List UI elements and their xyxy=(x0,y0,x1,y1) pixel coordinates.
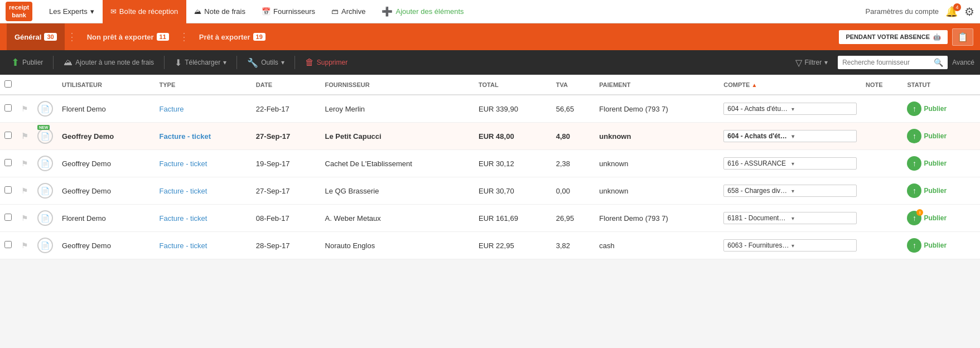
clipboard-button[interactable]: 📋 xyxy=(952,28,973,46)
download-button[interactable]: ⬇ Télécharger ▾ xyxy=(169,50,232,75)
row-checkbox-3[interactable] xyxy=(4,186,12,194)
row-checkbox-1[interactable] xyxy=(4,132,12,139)
account-sort-icon[interactable]: ▲ xyxy=(751,82,757,88)
publish-label-0: Publier xyxy=(924,105,947,113)
nav-item-fournisseurs[interactable]: 📅 Fournisseurs xyxy=(254,0,324,23)
account-settings-link[interactable]: Paramètres du compte xyxy=(865,7,939,16)
nav-item-add[interactable]: ➕ Ajouter des éléments xyxy=(374,0,472,23)
inbox-icon: ✉ xyxy=(110,7,117,16)
tools-button[interactable]: 🔧 Outils ▾ xyxy=(242,50,290,75)
row-tva-5: 3,82 xyxy=(552,232,595,259)
publish-btn-4[interactable]: ↑ Publier xyxy=(907,211,947,225)
col-total-header: TOTAL xyxy=(474,75,552,95)
doc-icon-5: 📄 xyxy=(41,241,50,250)
row-type-3[interactable]: Facture - ticket xyxy=(155,177,252,205)
row-note-4 xyxy=(861,205,902,232)
doc-icon-1: 📄 xyxy=(41,132,50,141)
account-select-2[interactable]: 616 - ASSURANCE ▾ xyxy=(723,157,857,170)
filter-icon: ▽ xyxy=(795,57,802,68)
tab-ready[interactable]: Prêt à exporter 19 xyxy=(191,23,273,50)
notifications-button[interactable]: 🔔 4 xyxy=(945,6,958,18)
type-link-3[interactable]: Facture - ticket xyxy=(160,187,207,195)
absence-button[interactable]: PENDANT VOTRE ABSENCE 🤖 xyxy=(839,30,948,44)
type-link-5[interactable]: Facture - ticket xyxy=(160,241,207,250)
type-link-1[interactable]: Facture - ticket xyxy=(160,132,211,141)
nav-item-notes[interactable]: ⛰ Note de frais xyxy=(186,0,254,23)
archive-icon: 🗃 xyxy=(331,7,339,16)
doc-circle-1[interactable]: 📄 xyxy=(37,128,53,144)
account-caret-5: ▾ xyxy=(791,243,853,249)
tab-ready-label: Prêt à exporter xyxy=(199,33,250,41)
tab-not-ready-badge: 11 xyxy=(157,33,169,41)
toolbar-right: ▽ Filtrer ▾ 🔍 Avancé xyxy=(790,56,974,69)
row-type-2[interactable]: Facture - ticket xyxy=(155,150,252,177)
row-type-0[interactable]: Facture xyxy=(155,95,252,123)
row-payment-4: Florent Demo (793 7) xyxy=(595,205,719,232)
row-checkbox-2[interactable] xyxy=(4,159,12,166)
add-note-button[interactable]: ⛰ Ajouter à une note de frais xyxy=(58,50,160,75)
account-caret-0: ▾ xyxy=(791,106,853,112)
filter-label: Filtrer xyxy=(805,59,822,66)
account-select-3[interactable]: 658 - Charges diver... ▾ xyxy=(723,185,857,197)
add-icon: ➕ xyxy=(382,6,393,17)
account-select-4[interactable]: 6181 - Documentati... ▾ xyxy=(723,212,857,224)
select-all-checkbox[interactable] xyxy=(4,80,12,88)
doc-circle-4[interactable]: 📄 xyxy=(37,210,53,226)
flag-icon-0[interactable]: ⚑ xyxy=(21,104,28,113)
toolbar-sep-3 xyxy=(236,56,237,69)
type-link-4[interactable]: Facture - ticket xyxy=(160,214,207,223)
row-checkbox-4[interactable] xyxy=(4,214,12,221)
flag-icon-3[interactable]: ⚑ xyxy=(21,186,28,195)
doc-circle-3[interactable]: 📄 xyxy=(37,183,53,199)
nav-item-experts[interactable]: Les Experts ▾ xyxy=(41,0,103,23)
publish-btn-0[interactable]: ↑ Publier xyxy=(907,102,947,116)
doc-circle-5[interactable]: 📄 xyxy=(37,238,53,253)
nav-item-archive[interactable]: 🗃 Archive xyxy=(324,0,374,23)
publish-toolbar-icon: ⬆ xyxy=(11,56,20,69)
tools-dropdown-icon: ▾ xyxy=(281,59,284,66)
notes-icon: ⛰ xyxy=(194,7,201,16)
delete-button[interactable]: 🗑 Supprimer xyxy=(300,50,353,75)
nav-item-inbox[interactable]: ✉ Boîte de réception xyxy=(103,0,187,23)
advanced-button[interactable]: Avancé xyxy=(952,59,974,66)
account-select-0[interactable]: 604 - Achats d'étud... ▾ xyxy=(723,103,857,115)
table-container: UTILISATEUR TYPE DATE FOURNISSEUR TOTAL … xyxy=(0,75,980,259)
search-input[interactable] xyxy=(842,59,931,66)
toolbar-sep-1 xyxy=(53,56,54,69)
tab-ready-badge: 19 xyxy=(253,33,265,41)
settings-icon[interactable]: ⚙ xyxy=(964,5,974,18)
flag-icon-4[interactable]: ⚑ xyxy=(21,214,28,223)
publish-btn-1[interactable]: ↑ Publier xyxy=(907,129,947,143)
download-dropdown-icon: ▾ xyxy=(223,59,226,66)
row-type-1[interactable]: Facture - ticket xyxy=(155,123,252,150)
flag-icon-2[interactable]: ⚑ xyxy=(21,159,28,168)
row-account-2: 616 - ASSURANCE ▾ xyxy=(719,150,861,177)
row-checkbox-0[interactable] xyxy=(4,104,12,112)
row-type-4[interactable]: Facture - ticket xyxy=(155,205,252,232)
flag-icon-1[interactable]: ⚑ xyxy=(21,132,28,141)
account-select-5[interactable]: 6063 - Fournitures d'... ▾ xyxy=(723,239,857,252)
nav-right: Paramètres du compte 🔔 4 ⚙ xyxy=(865,5,974,18)
publish-label-5: Publier xyxy=(924,241,947,249)
row-type-5[interactable]: Facture - ticket xyxy=(155,232,252,259)
type-link-2[interactable]: Facture - ticket xyxy=(160,160,207,168)
type-link-0[interactable]: Facture xyxy=(160,105,184,113)
row-account-4: 6181 - Documentati... ▾ xyxy=(719,205,861,232)
publish-btn-2[interactable]: ↑ Publier xyxy=(907,156,947,171)
tab-not-ready[interactable]: Non prêt à exporter 11 xyxy=(79,23,177,50)
filter-button[interactable]: ▽ Filtrer ▾ xyxy=(790,57,834,68)
row-status-5: ↑ Publier xyxy=(902,232,980,259)
account-select-1[interactable]: 604 - Achats d'étud... ▾ xyxy=(723,130,857,142)
toolbar-sep-4 xyxy=(295,56,295,69)
tab-general[interactable]: Général 30 xyxy=(7,23,65,50)
doc-circle-2[interactable]: 📄 xyxy=(37,156,53,171)
publish-btn-5[interactable]: ↑ Publier xyxy=(907,238,947,253)
publish-toolbar-button[interactable]: ⬆ Publier xyxy=(6,50,49,75)
doc-circle-0[interactable]: 📄 xyxy=(37,101,53,117)
delete-icon: 🗑 xyxy=(305,57,314,67)
row-tva-3: 0,00 xyxy=(552,177,595,205)
row-user-4: Florent Demo xyxy=(57,205,155,232)
flag-icon-5[interactable]: ⚑ xyxy=(21,241,28,250)
publish-btn-3[interactable]: ↑ Publier xyxy=(907,183,947,198)
row-checkbox-5[interactable] xyxy=(4,241,12,248)
